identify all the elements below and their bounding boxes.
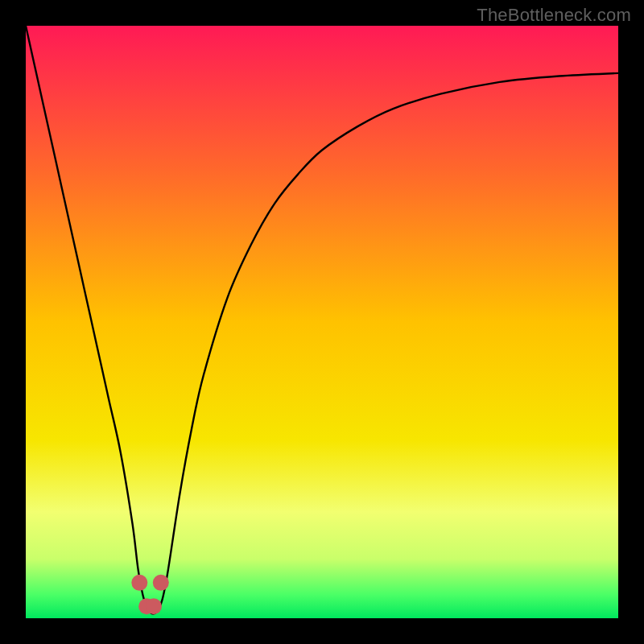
watermark-text: TheBottleneck.com (477, 5, 631, 26)
bottleneck-curve (26, 26, 618, 613)
curve-marker (131, 575, 147, 591)
curve-marker (153, 575, 169, 591)
curve-svg (26, 26, 618, 618)
curve-marker (146, 598, 162, 614)
plot-area (26, 26, 618, 618)
chart-frame: TheBottleneck.com (0, 0, 644, 644)
